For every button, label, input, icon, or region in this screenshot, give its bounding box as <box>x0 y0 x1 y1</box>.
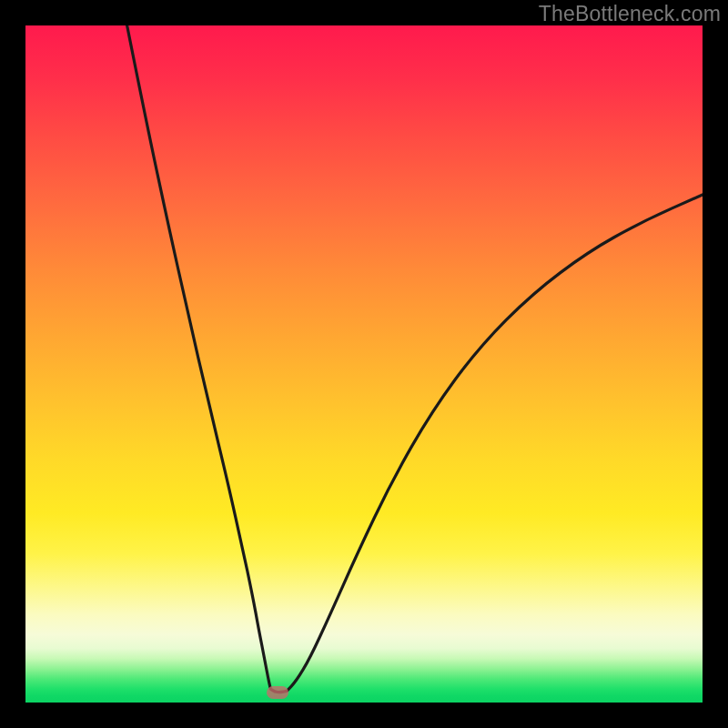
watermark-text: TheBottleneck.com <box>539 2 721 26</box>
plot-area <box>25 25 703 703</box>
minimum-marker <box>267 686 288 699</box>
bottleneck-curve <box>25 25 703 703</box>
outer-frame: TheBottleneck.com <box>0 0 728 728</box>
curve-path <box>127 25 703 693</box>
